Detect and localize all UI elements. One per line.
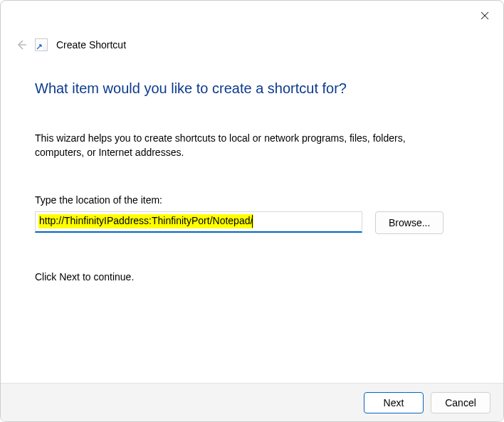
location-input-container[interactable]: http://ThinfinityIPaddress:ThinfinityPor… (35, 211, 362, 233)
create-shortcut-dialog: Create Shortcut What item would you like… (0, 0, 504, 422)
header-row: Create Shortcut (1, 33, 503, 56)
dialog-footer: Next Cancel (1, 383, 503, 421)
dialog-title: Create Shortcut (56, 39, 126, 51)
cancel-button[interactable]: Cancel (431, 392, 490, 413)
next-button[interactable]: Next (364, 392, 424, 413)
content-area: What item would you like to create a sho… (1, 56, 503, 383)
page-title: What item would you like to create a sho… (35, 80, 469, 97)
back-arrow-icon (15, 38, 28, 51)
text-caret (252, 215, 253, 228)
back-button (15, 38, 28, 51)
continue-text: Click Next to continue. (35, 271, 469, 283)
location-label: Type the location of the item: (35, 194, 469, 206)
shortcut-icon (35, 38, 48, 51)
close-icon (481, 11, 489, 20)
close-button[interactable] (469, 5, 500, 26)
wizard-description: This wizard helps you to create shortcut… (35, 131, 434, 160)
browse-button[interactable]: Browse... (375, 211, 443, 234)
titlebar (1, 1, 503, 29)
location-input-row: http://ThinfinityIPaddress:ThinfinityPor… (35, 211, 469, 234)
location-input[interactable]: http://ThinfinityIPaddress:ThinfinityPor… (38, 214, 253, 228)
